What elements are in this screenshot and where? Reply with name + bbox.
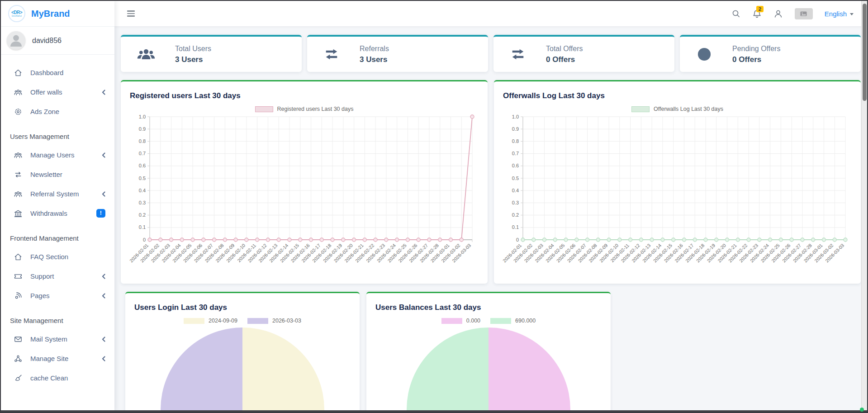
chart-legend-item[interactable]: Offerwalls Log Last 30 days <box>502 106 853 112</box>
chevron-left-icon <box>102 337 105 342</box>
user-row: david856 <box>1 27 114 55</box>
notification-count-badge: 2 <box>756 6 764 12</box>
offerwalls-log-chart-card: Offerwalls Log Last 30 days Offerwalls L… <box>494 80 861 284</box>
stat-card-pending-offers: Pending Offers 0 Offers <box>680 35 861 72</box>
dashboard-content: Total Users 3 Users Referrals 3 Users <box>114 27 867 412</box>
users-balances-chart-card: Users Balances Last 30 days 0.000 690.00… <box>366 292 611 412</box>
sidebar-item-faq-section[interactable]: FAQ Section <box>1 247 114 266</box>
scrollbar-thumb[interactable] <box>863 4 867 101</box>
sidebar-item-newsletter[interactable]: Newsletter <box>1 165 114 184</box>
chevron-left-icon <box>102 191 105 197</box>
sidebar-item-ads-zone[interactable]: Ads Zone <box>1 102 114 121</box>
svg-text:1.0: 1.0 <box>512 114 519 119</box>
sidebar-section-site-management: Site Management <box>1 305 114 329</box>
stat-value: 3 Users <box>175 55 211 64</box>
brand-row[interactable]: <DR> DevRahul MyBrand <box>1 1 114 27</box>
stat-label: Total Users <box>175 45 211 53</box>
sidebar-item-referral-system[interactable]: Referral System <box>1 184 114 204</box>
stat-card-referrals: Referrals 3 Users <box>307 35 488 72</box>
chart-legend-item[interactable]: 690.000 <box>490 318 536 324</box>
legend-swatch <box>490 318 511 324</box>
window-bottom-edge <box>1 410 867 412</box>
svg-text:0.5: 0.5 <box>139 176 146 181</box>
users-login-chart-card: Users Login Last 30 days 2024-09-09 2026… <box>125 292 360 412</box>
sidebar-nav: Dashboard Offer walls Ads Zone Users Man… <box>1 55 114 388</box>
chart-legend-item[interactable]: 0.000 <box>441 318 480 324</box>
page-scrollbar[interactable] <box>861 1 867 411</box>
username: david856 <box>32 37 62 45</box>
withdrawals-alert-badge: ! <box>96 209 105 218</box>
svg-text:0.2: 0.2 <box>512 212 519 218</box>
chart-legend-item[interactable]: 2026-03-03 <box>247 318 301 324</box>
svg-text:0.9: 0.9 <box>139 126 146 132</box>
sidebar-item-label: Pages <box>30 292 50 299</box>
svg-text:0.8: 0.8 <box>512 138 519 144</box>
svg-text:0.6: 0.6 <box>512 163 519 168</box>
sidebar-item-support[interactable]: Support <box>1 266 114 286</box>
svg-text:0.1: 0.1 <box>139 224 146 230</box>
chart-title: Registered users Last 30 days <box>130 91 479 100</box>
sidebar-item-label: Support <box>30 272 54 280</box>
legend-swatch <box>255 106 273 112</box>
sidebar-item-pages[interactable]: Pages <box>1 286 114 305</box>
search-icon[interactable] <box>731 9 740 18</box>
sidebar-item-label: Dashboard <box>30 69 63 76</box>
chart-title: Offerwalls Log Last 30 days <box>503 91 853 100</box>
brand-logo-icon: <DR> DevRahul <box>8 5 25 22</box>
user-menu-button[interactable] <box>773 9 783 19</box>
stat-value: 3 Users <box>360 55 389 64</box>
ticket-icon <box>14 272 23 281</box>
user-icon <box>773 9 783 19</box>
users-icon <box>14 190 23 199</box>
sidebar-item-label: Offer walls <box>30 88 62 96</box>
sidebar-item-label: Withdrawals <box>30 209 67 217</box>
svg-text:0.9: 0.9 <box>512 126 519 132</box>
envelope-icon <box>14 335 23 344</box>
sidebar-item-manage-site[interactable]: Manage Site <box>1 349 114 368</box>
sidebar-item-label: Newsletter <box>30 171 62 178</box>
stat-cards-row: Total Users 3 Users Referrals 3 Users <box>121 35 861 72</box>
users-login-pie-chart <box>133 327 351 412</box>
language-selector[interactable]: English <box>825 10 854 18</box>
svg-text:0.2: 0.2 <box>139 212 146 218</box>
svg-text:0.3: 0.3 <box>139 200 146 205</box>
svg-text:0.1: 0.1 <box>512 224 519 230</box>
svg-text:0.7: 0.7 <box>139 151 146 156</box>
notifications-button[interactable]: 2 <box>752 9 762 19</box>
exchange-arrows-icon <box>323 45 341 64</box>
wheel-icon <box>14 107 23 116</box>
chart-title: Users Login Last 30 days <box>134 303 351 312</box>
sidebar-toggle-button[interactable] <box>127 10 135 17</box>
logo-subtext: DevRahul <box>12 15 22 18</box>
sidebar-item-withdrawals[interactable]: Withdrawals ! <box>1 204 114 223</box>
language-flag-icon[interactable] <box>795 8 813 19</box>
users-icon <box>14 151 23 160</box>
svg-text:0: 0 <box>516 237 519 242</box>
caret-down-icon <box>850 13 854 15</box>
sidebar-item-offer-walls[interactable]: Offer walls <box>1 82 114 102</box>
registered-users-line-chart: 00.10.20.30.40.50.60.70.80.91.02026-02-0… <box>129 113 479 280</box>
sidebar-item-label: cache Clean <box>30 374 68 382</box>
sidebar-item-label: Manage Users <box>30 151 75 159</box>
chevron-left-icon <box>102 293 105 299</box>
chart-legend-item[interactable]: 2024-09-09 <box>184 318 237 324</box>
sidebar-section-frontend-management: Frontend Management <box>1 223 114 247</box>
stat-card-total-users: Total Users 3 Users <box>121 35 302 72</box>
home-icon <box>14 68 23 77</box>
sidebar-item-label: Mail System <box>30 335 67 343</box>
svg-text:0.6: 0.6 <box>139 163 146 168</box>
sidebar-item-manage-users[interactable]: Manage Users <box>1 145 114 165</box>
sidebar-item-mail-system[interactable]: Mail System <box>1 329 114 349</box>
chevron-left-icon <box>102 356 105 361</box>
sidebar-item-cache-clean[interactable]: cache Clean <box>1 368 114 388</box>
svg-text:0.3: 0.3 <box>512 200 519 205</box>
registered-users-chart-card: Registered users Last 30 days Registered… <box>121 80 488 284</box>
chart-legend-item[interactable]: Registered users Last 30 days <box>129 106 479 112</box>
app-window: <DR> DevRahul MyBrand david856 Dashboard… <box>0 0 868 413</box>
sidebar-item-dashboard[interactable]: Dashboard <box>1 63 114 82</box>
stat-card-total-offers: Total Offers 0 Offers <box>493 35 674 72</box>
pie-legend: 2024-09-09 2026-03-03 <box>133 318 351 324</box>
sidebar-item-label: Referral System <box>30 190 79 198</box>
legend-swatch <box>247 318 268 324</box>
legend-label: Registered users Last 30 days <box>277 106 354 112</box>
